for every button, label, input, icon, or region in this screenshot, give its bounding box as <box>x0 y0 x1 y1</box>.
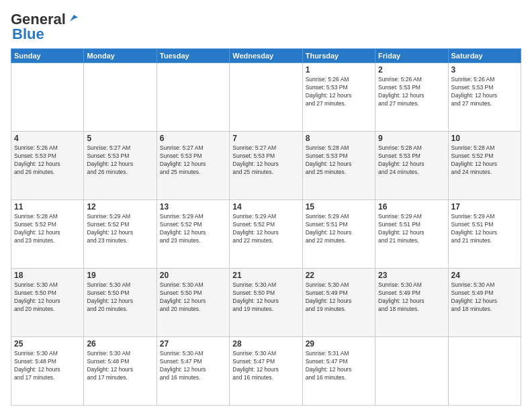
calendar-cell: 28Sunrise: 5:30 AM Sunset: 5:47 PM Dayli… <box>230 337 302 406</box>
calendar-cell <box>375 337 448 406</box>
calendar-cell: 24Sunrise: 5:30 AM Sunset: 5:49 PM Dayli… <box>448 269 521 337</box>
calendar-cell: 1Sunrise: 5:26 AM Sunset: 5:53 PM Daylig… <box>302 63 375 132</box>
weekday-wednesday: Wednesday <box>230 49 302 63</box>
calendar-cell <box>84 63 157 132</box>
week-row-4: 25Sunrise: 5:30 AM Sunset: 5:48 PM Dayli… <box>11 337 521 406</box>
cell-date: 29 <box>306 339 372 349</box>
svg-marker-0 <box>70 15 78 21</box>
cell-info: Sunrise: 5:27 AM Sunset: 5:53 PM Dayligh… <box>87 144 153 177</box>
calendar-cell: 15Sunrise: 5:29 AM Sunset: 5:51 PM Dayli… <box>302 200 375 269</box>
calendar-cell: 18Sunrise: 5:30 AM Sunset: 5:50 PM Dayli… <box>11 269 84 337</box>
calendar-cell: 25Sunrise: 5:30 AM Sunset: 5:48 PM Dayli… <box>11 337 84 406</box>
logo-blue-text: Blue <box>11 26 44 43</box>
cell-info: Sunrise: 5:30 AM Sunset: 5:47 PM Dayligh… <box>232 350 299 382</box>
cell-date: 19 <box>87 271 153 280</box>
cell-date: 17 <box>451 202 518 212</box>
cell-info: Sunrise: 5:26 AM Sunset: 5:53 PM Dayligh… <box>378 76 445 108</box>
calendar-cell: 8Sunrise: 5:28 AM Sunset: 5:53 PM Daylig… <box>302 132 375 200</box>
cell-date: 25 <box>14 339 81 349</box>
cell-date: 24 <box>451 271 518 280</box>
cell-date: 26 <box>87 339 153 349</box>
cell-date: 13 <box>160 202 226 212</box>
weekday-sunday: Sunday <box>11 49 84 63</box>
cell-info: Sunrise: 5:28 AM Sunset: 5:52 PM Dayligh… <box>14 213 81 245</box>
cell-info: Sunrise: 5:26 AM Sunset: 5:53 PM Dayligh… <box>306 76 372 108</box>
cell-info: Sunrise: 5:27 AM Sunset: 5:53 PM Dayligh… <box>160 144 226 177</box>
cell-date: 10 <box>451 134 518 143</box>
cell-info: Sunrise: 5:30 AM Sunset: 5:50 PM Dayligh… <box>232 281 299 314</box>
calendar-cell: 4Sunrise: 5:26 AM Sunset: 5:53 PM Daylig… <box>11 132 84 200</box>
cell-info: Sunrise: 5:29 AM Sunset: 5:52 PM Dayligh… <box>160 213 226 245</box>
calendar-cell: 21Sunrise: 5:30 AM Sunset: 5:50 PM Dayli… <box>230 269 302 337</box>
calendar-cell: 16Sunrise: 5:29 AM Sunset: 5:51 PM Dayli… <box>375 200 448 269</box>
cell-info: Sunrise: 5:29 AM Sunset: 5:51 PM Dayligh… <box>306 213 372 245</box>
cell-date: 4 <box>14 134 81 143</box>
cell-date: 22 <box>306 271 372 280</box>
cell-info: Sunrise: 5:26 AM Sunset: 5:53 PM Dayligh… <box>14 144 81 177</box>
calendar: SundayMondayTuesdayWednesdayThursdayFrid… <box>11 48 521 406</box>
cell-date: 1 <box>306 65 372 75</box>
cell-date: 23 <box>378 271 445 280</box>
cell-date: 18 <box>14 271 81 280</box>
cell-date: 27 <box>160 339 226 349</box>
cell-date: 16 <box>378 202 445 212</box>
cell-date: 3 <box>451 65 518 75</box>
calendar-cell: 11Sunrise: 5:28 AM Sunset: 5:52 PM Dayli… <box>11 200 84 269</box>
weekday-monday: Monday <box>84 49 157 63</box>
weekday-header-row: SundayMondayTuesdayWednesdayThursdayFrid… <box>11 49 521 63</box>
cell-info: Sunrise: 5:30 AM Sunset: 5:50 PM Dayligh… <box>160 281 226 314</box>
calendar-cell: 14Sunrise: 5:29 AM Sunset: 5:52 PM Dayli… <box>230 200 302 269</box>
calendar-cell: 19Sunrise: 5:30 AM Sunset: 5:50 PM Dayli… <box>84 269 157 337</box>
cell-info: Sunrise: 5:30 AM Sunset: 5:49 PM Dayligh… <box>306 281 372 314</box>
calendar-cell: 27Sunrise: 5:30 AM Sunset: 5:47 PM Dayli… <box>157 337 229 406</box>
calendar-cell: 3Sunrise: 5:26 AM Sunset: 5:53 PM Daylig… <box>448 63 521 132</box>
cell-info: Sunrise: 5:26 AM Sunset: 5:53 PM Dayligh… <box>451 76 518 108</box>
cell-date: 7 <box>232 134 299 143</box>
calendar-cell: 17Sunrise: 5:29 AM Sunset: 5:51 PM Dayli… <box>448 200 521 269</box>
weekday-thursday: Thursday <box>302 49 375 63</box>
page: General Blue SundayMondayTuesdayWednesda… <box>0 0 532 411</box>
cell-info: Sunrise: 5:30 AM Sunset: 5:50 PM Dayligh… <box>14 281 81 314</box>
cell-date: 2 <box>378 65 445 75</box>
weekday-tuesday: Tuesday <box>157 49 229 63</box>
week-row-3: 18Sunrise: 5:30 AM Sunset: 5:50 PM Dayli… <box>11 269 521 337</box>
calendar-cell: 23Sunrise: 5:30 AM Sunset: 5:49 PM Dayli… <box>375 269 448 337</box>
calendar-cell: 2Sunrise: 5:26 AM Sunset: 5:53 PM Daylig… <box>375 63 448 132</box>
calendar-cell: 22Sunrise: 5:30 AM Sunset: 5:49 PM Dayli… <box>302 269 375 337</box>
calendar-cell <box>230 63 302 132</box>
cell-date: 28 <box>232 339 299 349</box>
cell-info: Sunrise: 5:29 AM Sunset: 5:51 PM Dayligh… <box>378 213 445 245</box>
cell-info: Sunrise: 5:27 AM Sunset: 5:53 PM Dayligh… <box>232 144 299 177</box>
cell-date: 11 <box>14 202 81 212</box>
calendar-cell: 10Sunrise: 5:28 AM Sunset: 5:52 PM Dayli… <box>448 132 521 200</box>
weekday-friday: Friday <box>375 49 448 63</box>
week-row-2: 11Sunrise: 5:28 AM Sunset: 5:52 PM Dayli… <box>11 200 521 269</box>
calendar-cell: 7Sunrise: 5:27 AM Sunset: 5:53 PM Daylig… <box>230 132 302 200</box>
cell-info: Sunrise: 5:28 AM Sunset: 5:53 PM Dayligh… <box>378 144 445 177</box>
calendar-cell: 5Sunrise: 5:27 AM Sunset: 5:53 PM Daylig… <box>84 132 157 200</box>
cell-date: 9 <box>378 134 445 143</box>
calendar-cell: 13Sunrise: 5:29 AM Sunset: 5:52 PM Dayli… <box>157 200 229 269</box>
logo-bird-icon <box>67 12 79 24</box>
calendar-cell <box>11 63 84 132</box>
cell-info: Sunrise: 5:29 AM Sunset: 5:52 PM Dayligh… <box>87 213 153 245</box>
cell-info: Sunrise: 5:30 AM Sunset: 5:47 PM Dayligh… <box>160 350 226 382</box>
calendar-cell <box>157 63 229 132</box>
calendar-cell: 26Sunrise: 5:30 AM Sunset: 5:48 PM Dayli… <box>84 337 157 406</box>
cell-date: 6 <box>160 134 226 143</box>
cell-info: Sunrise: 5:30 AM Sunset: 5:48 PM Dayligh… <box>87 350 153 382</box>
cell-info: Sunrise: 5:28 AM Sunset: 5:52 PM Dayligh… <box>451 144 518 177</box>
calendar-cell: 9Sunrise: 5:28 AM Sunset: 5:53 PM Daylig… <box>375 132 448 200</box>
calendar-cell: 29Sunrise: 5:31 AM Sunset: 5:47 PM Dayli… <box>302 337 375 406</box>
cell-info: Sunrise: 5:30 AM Sunset: 5:49 PM Dayligh… <box>451 281 518 314</box>
logo: General Blue <box>11 11 79 43</box>
cell-info: Sunrise: 5:29 AM Sunset: 5:52 PM Dayligh… <box>232 213 299 245</box>
cell-info: Sunrise: 5:31 AM Sunset: 5:47 PM Dayligh… <box>306 350 372 382</box>
calendar-cell: 12Sunrise: 5:29 AM Sunset: 5:52 PM Dayli… <box>84 200 157 269</box>
cell-info: Sunrise: 5:30 AM Sunset: 5:50 PM Dayligh… <box>87 281 153 314</box>
cell-date: 15 <box>306 202 372 212</box>
weekday-saturday: Saturday <box>448 49 521 63</box>
cell-info: Sunrise: 5:29 AM Sunset: 5:51 PM Dayligh… <box>451 213 518 245</box>
week-row-0: 1Sunrise: 5:26 AM Sunset: 5:53 PM Daylig… <box>11 63 521 132</box>
cell-date: 20 <box>160 271 226 280</box>
